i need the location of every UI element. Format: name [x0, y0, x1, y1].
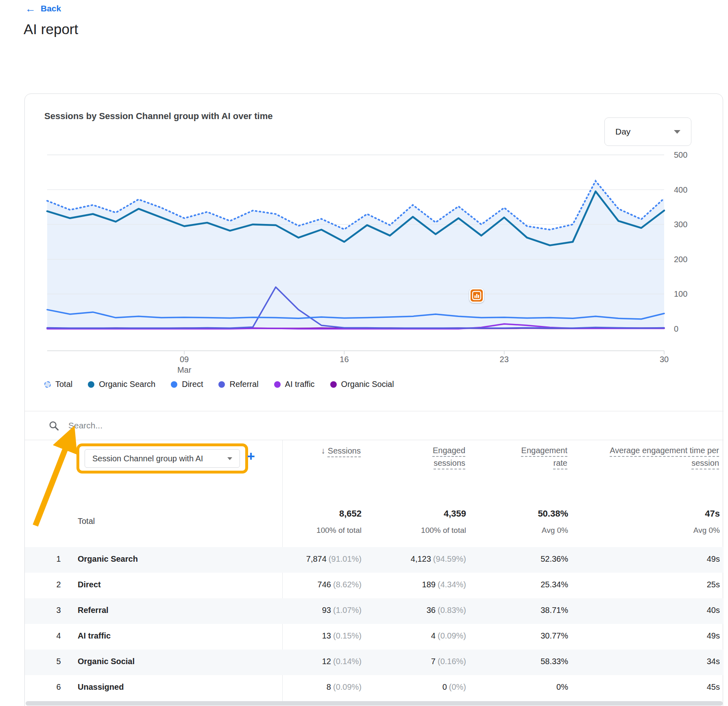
row-channel: Direct [78, 580, 101, 589]
chevron-down-icon [227, 457, 232, 460]
legend-dot [330, 381, 337, 388]
legend-item-ai-traffic[interactable]: AI traffic [274, 380, 315, 389]
x-tick-label: 16 [340, 354, 349, 365]
y-tick-label: 200 [674, 255, 687, 264]
legend-item-organic-social[interactable]: Organic Social [330, 380, 394, 389]
horizontal-scrollbar[interactable] [26, 701, 723, 706]
row-channel: Unassigned [78, 682, 124, 692]
bar-chart-icon [472, 291, 481, 300]
column-header-sessions[interactable]: ↓Sessions [271, 444, 361, 457]
granularity-dropdown[interactable]: Day [604, 117, 691, 146]
totals-sessions-sub: 100% of total [316, 526, 362, 535]
totals-rate-sub: Avg 0% [542, 526, 568, 535]
column-header-avg-engagement-time[interactable]: Average engagement time per session [597, 444, 719, 469]
legend-item-total[interactable]: Total [44, 380, 72, 389]
table-row[interactable]: 3 Referral 93(1.07%) 36(0.83%) 38.71% 40… [25, 598, 724, 624]
totals-engaged: 4,359 [444, 508, 466, 519]
legend-item-organic-search[interactable]: Organic Search [88, 380, 155, 389]
search-icon [48, 420, 59, 431]
column-header-engagement-rate[interactable]: Engagement rate [506, 444, 567, 469]
legend-label: Organic Search [99, 380, 155, 389]
x-tick-label: 30 [660, 354, 669, 365]
table-row[interactable]: 1 Organic Search 7,874(91.01%) 4,123(94.… [25, 547, 724, 573]
row-channel: Organic Social [78, 657, 135, 666]
chevron-down-icon [674, 130, 680, 134]
totals-avg-time-sub: Avg 0% [693, 526, 720, 535]
sessions-chart [47, 143, 664, 358]
table-row[interactable]: 2 Direct 746(8.62%) 189(4.34%) 25.34% 25… [25, 573, 724, 598]
insight-marker-icon[interactable] [469, 288, 484, 303]
row-channel: Organic Search [78, 554, 138, 564]
legend-item-referral[interactable]: Referral [218, 380, 258, 389]
sessions-chart-svg [47, 143, 664, 358]
legend-dot [44, 381, 51, 388]
report-card: Sessions by Session Channel group with A… [24, 93, 723, 706]
back-label: Back [41, 4, 61, 13]
legend-label: Total [55, 380, 72, 389]
table-row[interactable]: 5 Organic Social 12(0.14%) 7(0.16%) 58.3… [25, 650, 724, 675]
chart-legend: TotalOrganic SearchDirectReferralAI traf… [44, 380, 394, 389]
ai-report-page: ← Back AI report Sessions by Session Cha… [0, 0, 728, 706]
y-tick-label: 400 [674, 185, 687, 195]
legend-label: Referral [229, 380, 258, 389]
add-dimension-button[interactable]: + [247, 448, 255, 464]
dimension-dropdown[interactable]: Session Channel group with AI [85, 449, 240, 468]
totals-engaged-sub: 100% of total [421, 526, 466, 535]
legend-label: AI traffic [285, 380, 315, 389]
legend-dot [88, 381, 94, 388]
table-totals-row: Total 8,652 100% of total 4,359 100% of … [25, 504, 724, 547]
chart-x-axis: 09Mar162330 [47, 354, 664, 377]
row-channel: AI traffic [78, 631, 111, 641]
table-row[interactable]: 4 AI traffic 13(0.15%) 4(0.09%) 30.77% 4… [25, 624, 724, 650]
y-tick-label: 500 [674, 150, 687, 160]
y-tick-label: 100 [674, 289, 687, 299]
legend-dot [218, 381, 225, 388]
granularity-value: Day [615, 127, 630, 137]
back-link[interactable]: ← Back [25, 3, 61, 14]
y-tick-label: 0 [674, 324, 678, 334]
legend-label: Direct [182, 380, 203, 389]
chart-y-axis: 0100200300400500 [674, 143, 702, 358]
legend-dot [171, 381, 177, 388]
x-tick-label: 23 [500, 354, 509, 365]
totals-avg-time: 47s [705, 508, 720, 519]
annotation-highlight-box: Session Channel group with AI [76, 443, 248, 474]
search-placeholder: Search... [68, 421, 102, 430]
sort-descending-icon: ↓ [321, 444, 325, 457]
table-row[interactable]: 6 Unassigned 8(0.09%) 0(0%) 0% 45s [25, 675, 724, 701]
totals-label: Total [78, 517, 95, 526]
back-arrow-icon: ← [25, 3, 36, 14]
totals-sessions: 8,652 [339, 508, 362, 519]
legend-label: Organic Social [341, 380, 394, 389]
legend-dot [274, 381, 281, 388]
y-tick-label: 300 [674, 220, 687, 229]
x-tick-label: 09Mar [177, 354, 191, 375]
totals-rate: 50.38% [538, 508, 568, 519]
legend-item-direct[interactable]: Direct [171, 380, 203, 389]
page-title: AI report [24, 21, 78, 37]
dimension-value: Session Channel group with AI [92, 454, 203, 463]
table-search[interactable]: Search... [25, 411, 724, 440]
chart-title: Sessions by Session Channel group with A… [44, 111, 273, 122]
column-header-engaged-sessions[interactable]: Engaged sessions [412, 444, 465, 469]
row-channel: Referral [78, 606, 109, 615]
